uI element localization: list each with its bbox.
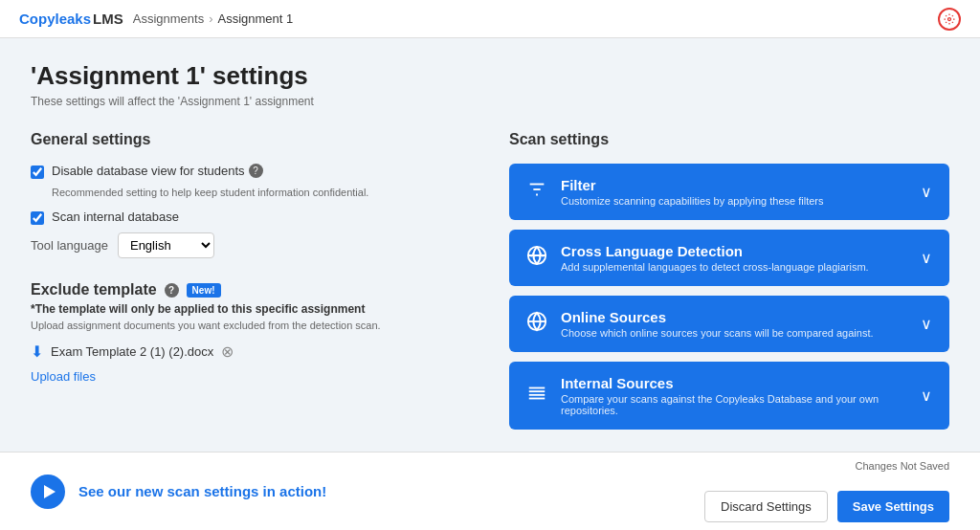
disable-db-help-icon[interactable]: ? xyxy=(249,164,263,178)
new-badge: New! xyxy=(187,283,221,298)
scan-internal-row: Scan internal database xyxy=(31,210,471,225)
svg-text:A: A xyxy=(539,251,544,259)
download-icon: ⬇ xyxy=(31,342,43,361)
tool-language-row: Tool language English Spanish French Ger… xyxy=(31,232,471,258)
cross-language-icon: A A xyxy=(526,245,547,271)
cross-language-card[interactable]: A A Cross Language Detection Add supplem… xyxy=(509,230,949,286)
upload-files-link[interactable]: Upload files xyxy=(31,369,96,384)
scan-internal-label: Scan internal database xyxy=(52,210,179,224)
exclude-note: *The template will only be applied to th… xyxy=(31,302,471,316)
tool-language-label: Tool language xyxy=(31,238,108,253)
content-grid: General settings Disable database view f… xyxy=(31,131,949,439)
online-sources-card-text: Online Sources Choose which online sourc… xyxy=(561,309,874,339)
left-column: General settings Disable database view f… xyxy=(31,131,471,439)
app-logo: Copyleaks LMS xyxy=(19,11,123,27)
filter-card-text: Filter Customize scanning capabilities b… xyxy=(561,177,824,207)
general-settings-title: General settings xyxy=(31,131,471,148)
filter-title: Filter xyxy=(561,177,824,193)
changes-status: Changes Not Saved xyxy=(856,460,949,462)
app-header: Copyleaks LMS Assignments › Assignment 1 xyxy=(0,0,980,38)
filter-desc: Customize scanning capabilities by apply… xyxy=(561,195,824,207)
breadcrumb: Assignments › Assignment 1 xyxy=(133,11,294,26)
header-left: Copyleaks LMS Assignments › Assignment 1 xyxy=(19,11,293,27)
exclude-template-title: Exclude template ? New! xyxy=(31,281,471,298)
cross-language-desc: Add supplemental languages to detect cro… xyxy=(561,261,869,273)
internal-sources-card[interactable]: Internal Sources Compare your scans agai… xyxy=(509,362,949,430)
exclude-template-section: Exclude template ? New! *The template wi… xyxy=(31,281,471,384)
exclude-desc: Upload assignment documents you want exc… xyxy=(31,320,471,331)
scan-settings-title: Scan settings xyxy=(509,131,949,148)
online-sources-card[interactable]: Online Sources Choose which online sourc… xyxy=(509,296,949,352)
filter-card[interactable]: Filter Customize scanning capabilities b… xyxy=(509,164,949,220)
cross-language-card-text: Cross Language Detection Add supplementa… xyxy=(561,243,869,273)
file-row: ⬇ Exam Template 2 (1) (2).docx ⊗ xyxy=(31,342,471,361)
disable-db-label: Disable database view for students ? xyxy=(52,164,263,178)
logo-copyleaks: Copyleaks xyxy=(19,11,91,27)
internal-sources-chevron-icon: ∨ xyxy=(921,386,932,405)
gear-icon[interactable] xyxy=(938,8,961,31)
main-content: 'Assignment 1' settings These settings w… xyxy=(0,38,980,462)
online-sources-desc: Choose which online sources your scans w… xyxy=(561,327,874,339)
internal-sources-card-text: Internal Sources Compare your scans agai… xyxy=(561,375,921,416)
cross-language-title: Cross Language Detection xyxy=(561,243,869,259)
footer: See our new scan settings in action! Cha… xyxy=(0,452,980,462)
general-settings-section: General settings Disable database view f… xyxy=(31,131,471,258)
disable-db-checkbox[interactable] xyxy=(31,166,44,179)
internal-sources-title: Internal Sources xyxy=(561,375,921,391)
right-column: Scan settings Filter Customize scanning … xyxy=(509,131,949,439)
exclude-template-help-icon[interactable]: ? xyxy=(165,283,179,298)
cross-language-chevron-icon: ∨ xyxy=(921,249,932,267)
scan-internal-checkbox[interactable] xyxy=(31,211,44,225)
tool-language-select[interactable]: English Spanish French German Italian xyxy=(118,232,214,258)
breadcrumb-current: Assignment 1 xyxy=(217,11,293,26)
online-sources-chevron-icon: ∨ xyxy=(921,315,932,333)
online-sources-icon xyxy=(526,311,547,337)
breadcrumb-separator: › xyxy=(209,11,212,26)
disable-db-row: Disable database view for students ? xyxy=(31,164,471,179)
footer-right: Changes Not Saved Discard Settings Save … xyxy=(704,460,949,462)
svg-text:A: A xyxy=(531,251,536,259)
cross-language-card-left: A A Cross Language Detection Add supplem… xyxy=(526,243,869,273)
svg-point-0 xyxy=(948,17,951,20)
internal-sources-desc: Compare your scans against the Copyleaks… xyxy=(561,393,921,416)
internal-sources-icon xyxy=(526,383,547,409)
filter-icon xyxy=(526,179,547,205)
online-sources-title: Online Sources xyxy=(561,309,874,325)
page-subtitle: These settings will affect the 'Assignme… xyxy=(31,95,949,108)
online-sources-card-left: Online Sources Choose which online sourc… xyxy=(526,309,874,339)
filter-card-left: Filter Customize scanning capabilities b… xyxy=(526,177,824,207)
filter-chevron-icon: ∨ xyxy=(921,183,932,201)
internal-sources-card-left: Internal Sources Compare your scans agai… xyxy=(526,375,921,416)
breadcrumb-parent[interactable]: Assignments xyxy=(133,11,204,26)
file-remove-icon[interactable]: ⊗ xyxy=(221,342,234,361)
disable-db-desc: Recommended setting to help keep student… xyxy=(52,187,471,198)
page-title: 'Assignment 1' settings xyxy=(31,61,949,91)
file-name: Exam Template 2 (1) (2).docx xyxy=(51,344,213,359)
logo-lms: LMS xyxy=(93,11,123,27)
